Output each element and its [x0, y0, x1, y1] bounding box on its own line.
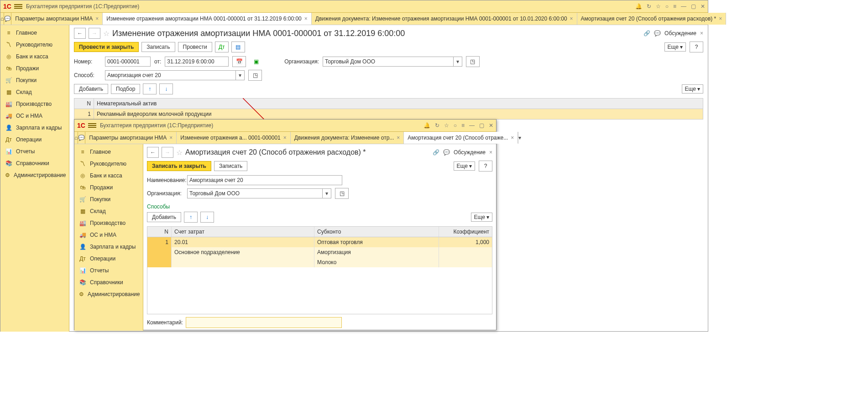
- close-icon[interactable]: ✕: [489, 122, 493, 129]
- link-icon[interactable]: 🔗: [433, 149, 439, 156]
- move-down-button[interactable]: ↓: [200, 212, 214, 223]
- chevron-down-icon[interactable]: ▾: [235, 71, 244, 80]
- sidebar-item-zp[interactable]: 👤Зарплата и кадры: [74, 241, 143, 253]
- discuss-icon[interactable]: 💬: [443, 149, 450, 156]
- home-tab[interactable]: ⌂: [0, 13, 4, 25]
- pick-button[interactable]: Подбор: [111, 84, 140, 94]
- close-icon[interactable]: ×: [397, 135, 400, 141]
- chevron-down-icon[interactable]: ▾: [453, 57, 462, 66]
- maximize-icon[interactable]: ▢: [479, 122, 484, 129]
- sidebar-item-sales[interactable]: 🛍Продажи: [0, 62, 69, 74]
- ways-row[interactable]: Молоко: [147, 257, 492, 267]
- close-icon[interactable]: ×: [511, 135, 514, 141]
- favorite-star-icon[interactable]: ☆: [103, 29, 110, 38]
- back-button[interactable]: ←: [74, 28, 86, 39]
- help-button[interactable]: ?: [690, 42, 703, 52]
- chat-tab[interactable]: 💬: [4, 13, 11, 25]
- sidebar-item-admin[interactable]: ⚙Администрирование: [0, 169, 69, 181]
- calendar-button[interactable]: 📅: [232, 56, 246, 67]
- favorite-star-icon[interactable]: ☆: [176, 148, 183, 157]
- sidebar-item-stock[interactable]: ▦Склад: [0, 86, 69, 98]
- tabs-dropdown[interactable]: ▾: [518, 132, 521, 144]
- tab-movements[interactable]: Движения документа: Изменение отражения …: [312, 13, 577, 25]
- number-input[interactable]: 0001-000001: [105, 57, 151, 67]
- org-combo[interactable]: Торговый Дом ООО▾: [187, 188, 331, 198]
- col-n[interactable]: N: [74, 99, 94, 109]
- chevron-down-icon[interactable]: ▾: [322, 189, 331, 198]
- discuss-icon[interactable]: 💬: [654, 30, 661, 36]
- menu-icon[interactable]: [88, 122, 96, 129]
- chat-tab[interactable]: 💬: [78, 132, 85, 144]
- sidebar-item-bank[interactable]: ◎Банк и касса: [74, 170, 143, 182]
- post-button[interactable]: Провести: [178, 42, 212, 52]
- col-sub[interactable]: Субконто: [314, 227, 439, 237]
- discuss-label[interactable]: Обсуждение: [454, 149, 486, 156]
- sidebar-item-prod[interactable]: 🏭Производство: [0, 98, 69, 110]
- col-coef[interactable]: Коэффициент: [439, 227, 492, 237]
- forward-button[interactable]: →: [162, 147, 173, 158]
- tab-change-amort[interactable]: Изменение отражения а... 0001-000001×: [177, 132, 291, 144]
- filter-icon[interactable]: ≡: [673, 3, 676, 10]
- sidebar-item-stock[interactable]: ▦Склад: [74, 205, 143, 217]
- circle-icon[interactable]: ○: [665, 3, 669, 10]
- maximize-icon[interactable]: ▢: [691, 3, 696, 10]
- open-button[interactable]: ◳: [466, 56, 480, 67]
- col-asset[interactable]: Нематериальный актив: [94, 99, 703, 109]
- forward-button[interactable]: →: [89, 28, 100, 39]
- move-down-button[interactable]: ↓: [159, 83, 173, 94]
- add-button[interactable]: Добавить: [147, 212, 181, 222]
- tab-change-amort[interactable]: Изменение отражения амортизации НМА 0001…: [103, 13, 312, 25]
- sidebar-item-ops[interactable]: ДтОперации: [74, 253, 143, 265]
- bell-icon[interactable]: 🔔: [635, 3, 642, 10]
- close-icon[interactable]: ×: [700, 30, 703, 36]
- help-button[interactable]: ?: [479, 161, 492, 172]
- close-icon[interactable]: ×: [95, 16, 99, 22]
- more-button[interactable]: Еще▾: [471, 213, 492, 222]
- ways-row[interactable]: 1 20.01 Оптовая торговля 1,000: [147, 237, 492, 247]
- write-button[interactable]: Записать: [141, 42, 175, 52]
- history-icon[interactable]: ↻: [647, 3, 651, 10]
- circle-icon[interactable]: ○: [454, 122, 457, 129]
- tab-amort20[interactable]: Амортизация счет 20 (Способ отраже...×: [404, 132, 518, 144]
- write-button[interactable]: Записать: [214, 161, 247, 171]
- tab-movements[interactable]: Движения документа: Изменение отр...×: [291, 132, 404, 144]
- close-icon[interactable]: ×: [304, 16, 308, 22]
- history-icon[interactable]: ↻: [435, 122, 439, 129]
- open-button[interactable]: ◳: [248, 70, 262, 81]
- sidebar-item-head[interactable]: 〽Руководителю: [0, 39, 69, 51]
- bell-icon[interactable]: 🔔: [424, 122, 430, 129]
- report-button[interactable]: ▤: [231, 42, 245, 52]
- sidebar-item-zp[interactable]: 👤Зарплата и кадры: [0, 122, 69, 134]
- close-icon[interactable]: ×: [570, 16, 573, 22]
- date-input[interactable]: 31.12.2019 6:00:00: [165, 57, 229, 67]
- sidebar-item-ops[interactable]: ДтОперации: [0, 134, 69, 146]
- back-button[interactable]: ←: [147, 147, 159, 158]
- star-icon[interactable]: ☆: [444, 122, 449, 129]
- close-icon[interactable]: ×: [169, 135, 173, 141]
- sidebar-item-main[interactable]: ≡Главное: [0, 27, 69, 39]
- sidebar-item-head[interactable]: 〽Руководителю: [74, 158, 143, 170]
- close-icon[interactable]: ×: [489, 149, 492, 156]
- tab-params[interactable]: Параметры амортизации НМА×: [85, 132, 177, 144]
- ways-row[interactable]: Основное подразделение Амортизация: [147, 247, 492, 257]
- method-combo[interactable]: Амортизация счет 20▾: [105, 70, 245, 80]
- sidebar-item-os[interactable]: 🚚ОС и НМА: [74, 229, 143, 241]
- sidebar-item-bank[interactable]: ◎Банк и касса: [0, 51, 69, 62]
- move-up-button[interactable]: ↑: [143, 83, 157, 94]
- sidebar-item-rep[interactable]: 📊Отчеты: [74, 265, 143, 276]
- minimize-icon[interactable]: —: [681, 3, 686, 10]
- sidebar-item-admin[interactable]: ⚙Администрирование: [74, 288, 143, 300]
- sidebar-item-rep[interactable]: 📊Отчеты: [0, 146, 69, 157]
- table-row[interactable]: 1 Рекламный видеоролик молочной продукци…: [74, 109, 703, 119]
- name-input[interactable]: Амортизация счет 20: [187, 175, 342, 185]
- more-button[interactable]: Еще▾: [454, 161, 475, 171]
- more-button[interactable]: Еще▾: [664, 42, 686, 52]
- sidebar-item-main[interactable]: ≡Главное: [74, 146, 143, 158]
- sidebar-item-ref[interactable]: 📚Справочники: [74, 276, 143, 288]
- close-icon[interactable]: ×: [719, 16, 722, 22]
- sidebar-item-ref[interactable]: 📚Справочники: [0, 157, 69, 169]
- sidebar-item-sales[interactable]: 🛍Продажи: [74, 182, 143, 193]
- comment-input[interactable]: [186, 317, 342, 328]
- tab-params[interactable]: Параметры амортизации НМА×: [11, 13, 103, 25]
- home-tab[interactable]: ⌂: [74, 132, 78, 144]
